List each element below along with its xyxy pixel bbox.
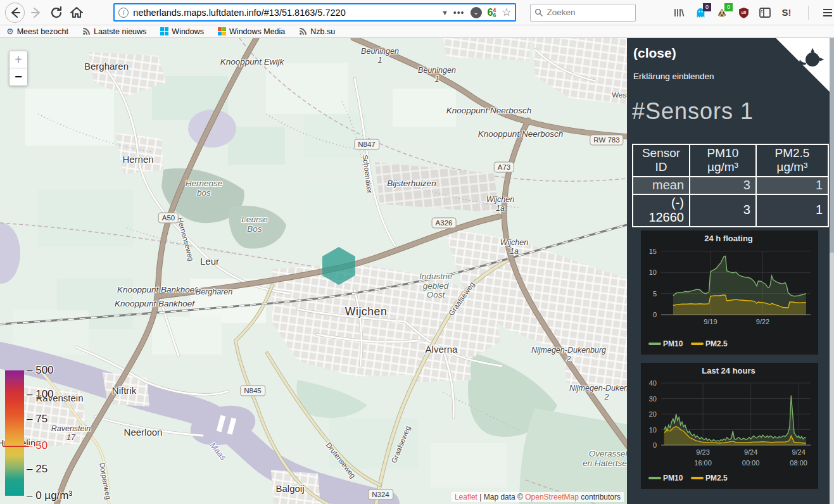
- browser-toolbar: i ▼ ••• ⌄ 6 4 6 ☆: [0, 0, 834, 25]
- sensor-sidebar: (close) Erklärung einblenden #Sensors 1 …: [627, 38, 834, 504]
- map-canvas[interactable]: [0, 38, 627, 504]
- chart-24h-floating[interactable]: 24 h floating0510159/199/22PM10PM2.5: [641, 230, 816, 352]
- bookmark-item[interactable]: Windows Media: [218, 27, 285, 36]
- back-arrow-icon: [6, 4, 24, 22]
- svg-text:9/22: 9/22: [756, 318, 769, 325]
- table-cell: 1: [756, 194, 828, 227]
- menu-button[interactable]: [821, 6, 834, 19]
- site-info-icon[interactable]: i: [118, 8, 129, 18]
- ublock-button[interactable]: u0: [737, 6, 750, 19]
- table-cell: (-) 12660: [633, 194, 690, 227]
- leaflet-link[interactable]: Leaflet: [455, 493, 477, 501]
- svg-text:00:00: 00:00: [742, 459, 760, 467]
- svg-text:30: 30: [649, 394, 657, 402]
- bookmark-item[interactable]: ⚙Meest bezocht: [6, 27, 68, 36]
- noscript-counter[interactable]: 6 4 6: [488, 8, 496, 18]
- url-input[interactable]: [133, 8, 436, 18]
- ghostery-badge: 0: [703, 3, 711, 11]
- svg-text:10: 10: [649, 268, 657, 276]
- forward-button[interactable]: [27, 4, 45, 22]
- osm-link[interactable]: OpenStreetMap: [525, 493, 579, 501]
- bookmark-label: Nzb.su: [310, 27, 335, 36]
- zoom-out-button[interactable]: −: [9, 68, 27, 85]
- toolbar-separator: [808, 6, 809, 20]
- github-corner-ribbon[interactable]: [776, 38, 834, 96]
- bookmark-label: Meest bezocht: [17, 27, 68, 36]
- bookmark-star-icon[interactable]: ☆: [502, 6, 511, 19]
- svg-text:PM10: PM10: [663, 474, 683, 482]
- privacy-badger-button[interactable]: 0: [716, 6, 728, 19]
- home-icon: [68, 4, 85, 22]
- legend-tick: 0 µg/m³: [27, 489, 72, 502]
- table-cell: mean: [633, 177, 690, 194]
- library-icon: [673, 7, 685, 18]
- svg-text:9/24: 9/24: [744, 448, 757, 456]
- back-button[interactable]: [5, 3, 25, 23]
- rss-icon: [299, 27, 307, 35]
- rss-icon: [82, 27, 91, 35]
- svg-text:24 h floating: 24 h floating: [704, 234, 753, 243]
- bookmark-label: Windows Media: [229, 27, 285, 36]
- search-icon: [534, 8, 543, 16]
- scrollbar-thumb[interactable]: [830, 38, 834, 253]
- svg-text:0: 0: [653, 311, 657, 318]
- table-cell: 3: [690, 194, 756, 227]
- sidebar-toggle-button[interactable]: [759, 6, 771, 19]
- windows-icon: [160, 27, 168, 35]
- svg-text:PM2.5: PM2.5: [705, 339, 728, 348]
- bookmark-item[interactable]: Nzb.su: [299, 27, 335, 36]
- home-button[interactable]: [68, 4, 85, 22]
- page-scrollbar[interactable]: [830, 38, 834, 504]
- zoom-in-button[interactable]: +: [9, 51, 27, 68]
- close-sidebar-link[interactable]: (close): [633, 46, 676, 61]
- sensor-table: SensorIDPM10µg/m³PM2.5µg/m³ mean31(-) 12…: [632, 144, 829, 227]
- svg-text:u0: u0: [741, 10, 746, 15]
- bookmark-item[interactable]: Windows: [160, 27, 204, 36]
- forward-arrow-icon: [27, 4, 45, 22]
- hamburger-menu-icon: [823, 8, 833, 17]
- page-actions-icon[interactable]: •••: [453, 8, 465, 18]
- legend-gradient-bar: [5, 370, 24, 496]
- legend-tick: 500: [27, 364, 54, 377]
- map[interactable]: BergharenKnooppunt EwijkBeuningen1Beunin…: [0, 38, 627, 504]
- bookmarks-bar: ⚙Meest bezochtLaatste nieuwsWindowsWindo…: [0, 25, 834, 38]
- bookmark-item[interactable]: Laatste nieuws: [82, 27, 146, 36]
- stylish-button[interactable]: S!: [780, 6, 793, 19]
- pocket-icon[interactable]: ⌄: [471, 7, 482, 18]
- chart-last-24-hours[interactable]: Last 24 hours0102030409/2316:009/2400:00…: [641, 363, 816, 486]
- table-header: PM10µg/m³: [690, 144, 756, 177]
- url-bar[interactable]: i ▼ ••• ⌄ 6 4 6 ☆: [113, 3, 516, 22]
- sensors-heading: #Sensors 1: [632, 98, 834, 125]
- svg-text:9/24: 9/24: [792, 448, 805, 456]
- bookmark-label: Windows: [172, 27, 204, 36]
- svg-text:20: 20: [649, 410, 657, 418]
- reload-button[interactable]: [47, 4, 65, 22]
- gear-icon: ⚙: [6, 27, 14, 35]
- search-input[interactable]: [547, 8, 631, 17]
- sidebar-toggle-icon: [759, 8, 771, 18]
- svg-text:5: 5: [653, 289, 657, 297]
- table-cell: 3: [690, 177, 756, 194]
- legend-tick: 50: [27, 439, 47, 451]
- svg-text:PM2.5: PM2.5: [705, 474, 728, 482]
- chart-panel-last-24-hours[interactable]: Last 24 hours0102030409/2316:009/2400:00…: [641, 363, 818, 489]
- page-content: BergharenKnooppunt EwijkBeuningen1Beunin…: [0, 38, 834, 504]
- windows-media-icon: [218, 27, 226, 35]
- svg-text:0: 0: [653, 441, 657, 449]
- svg-text:15: 15: [649, 248, 657, 255]
- table-header: SensorID: [633, 144, 690, 177]
- privacy-badger-badge: 0: [724, 3, 733, 11]
- table-cell: 1: [756, 177, 828, 194]
- search-bar[interactable]: [530, 4, 636, 22]
- map-attribution: Leaflet | Map data © OpenStreetMap contr…: [452, 492, 624, 502]
- library-button[interactable]: [673, 6, 685, 19]
- table-row: (-) 1266031: [633, 194, 828, 227]
- reload-icon: [47, 4, 65, 22]
- svg-text:08:00: 08:00: [790, 459, 807, 467]
- chart-panel-24h-floating[interactable]: 24 h floating0510159/199/22PM10PM2.5: [641, 230, 818, 355]
- table-row: mean31: [633, 177, 828, 194]
- url-dropdown-chevron-icon[interactable]: ▼: [441, 9, 448, 16]
- ghostery-button[interactable]: 0: [694, 6, 707, 19]
- svg-text:16:00: 16:00: [694, 459, 712, 467]
- table-header: PM2.5µg/m³: [756, 144, 828, 177]
